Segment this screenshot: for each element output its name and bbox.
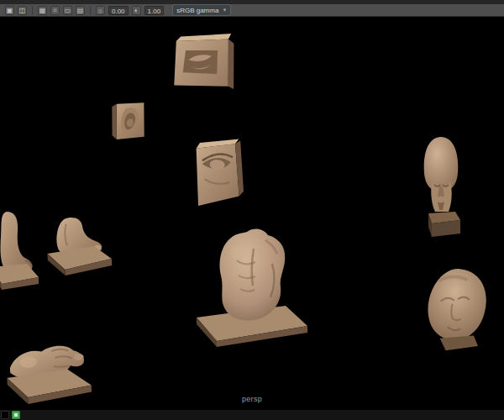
toolbar-separator <box>32 6 33 15</box>
lock-camera-icon[interactable]: ◫ <box>18 6 27 15</box>
taskbar-app-icon-green[interactable] <box>12 411 20 419</box>
view-transform-select[interactable]: sRGB gamma ▼ <box>172 4 231 16</box>
chevron-down-icon: ▼ <box>222 8 227 13</box>
exposure-icon[interactable]: ☼ <box>96 6 105 15</box>
view-transform-label: sRGB gamma <box>176 7 218 14</box>
gamma-value[interactable]: 1.00 <box>144 6 165 15</box>
3d-viewport[interactable]: persp <box>0 17 504 410</box>
sculpt-foot-on-plinth[interactable] <box>40 210 118 282</box>
sculpt-ear-study[interactable] <box>104 95 155 150</box>
gamma-icon[interactable]: ◐ <box>132 6 141 15</box>
sculpt-pharaoh-head-bust[interactable] <box>412 134 470 242</box>
grid-icon[interactable]: ▦ <box>38 6 47 15</box>
camera-label: persp <box>0 395 504 403</box>
sculpt-leg-foot-study[interactable] <box>0 208 42 291</box>
sculpt-torso-on-plinth[interactable] <box>188 223 316 348</box>
sculpt-lips-relief-plaque[interactable] <box>160 29 243 103</box>
film-gate-icon[interactable]: ⌗ <box>50 6 60 15</box>
select-camera-icon[interactable]: ▣ <box>5 6 14 15</box>
viewport-toolbar: ▣ ◫ ▦ ⌗ ▭ ▤ ☼ 0.00 ◐ 1.00 sRGB gamma ▼ <box>0 4 504 17</box>
gate-mask-icon[interactable]: ▤ <box>76 6 85 15</box>
exposure-value[interactable]: 0.00 <box>108 6 129 15</box>
sculpt-eye-relief-plaque[interactable] <box>183 134 248 215</box>
resolution-gate-icon[interactable]: ▭ <box>63 6 72 15</box>
taskbar <box>0 410 504 420</box>
sculpting-app-window: ▣ ◫ ▦ ⌗ ▭ ▤ ☼ 0.00 ◐ 1.00 sRGB gamma ▼ <box>0 0 504 420</box>
taskbar-app-icon-dark[interactable] <box>1 411 9 419</box>
toolbar-separator <box>90 6 91 15</box>
sculpt-head-bust[interactable] <box>417 263 495 357</box>
